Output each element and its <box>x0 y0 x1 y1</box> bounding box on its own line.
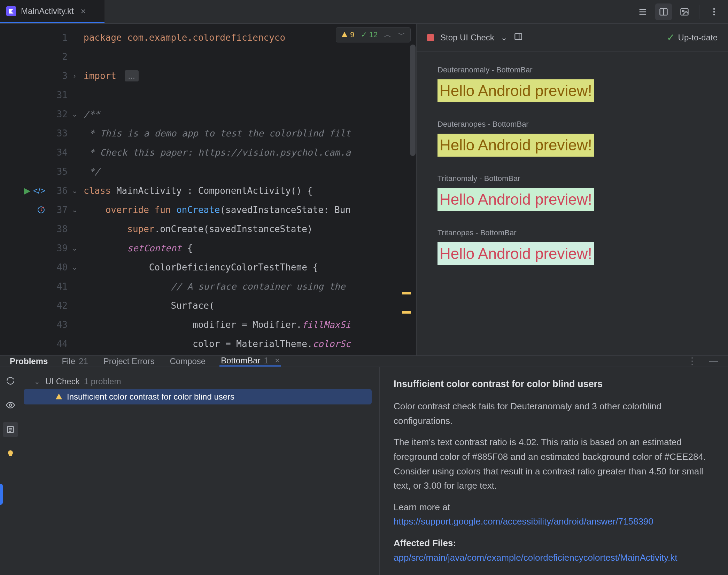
refresh-icon[interactable] <box>3 373 18 388</box>
passes-count[interactable]: ✓12 <box>361 30 378 39</box>
problems-title: Problems <box>10 356 48 366</box>
detail-heading: Insufficient color contrast for color bl… <box>394 377 714 392</box>
preview-label: Deuteranomaly - BottomBar <box>437 65 707 74</box>
file-tab-label: MainActivity.kt <box>21 6 74 16</box>
preview-deuteranomaly: Deuteranomaly - BottomBar Hello Android … <box>437 65 707 102</box>
minimize-icon[interactable]: — <box>709 356 718 367</box>
preview-tritanopes: Tritanopes - BottomBar Hello Android pre… <box>437 228 707 265</box>
gutter: 1 2 3› 31 32⌄ 33 34 35 ▶ </> 36⌄ 37⌄ 38 … <box>0 24 84 355</box>
problems-tab-bottombar[interactable]: BottomBar 1 × <box>219 356 281 367</box>
editor-tab-bar: MainActivity.kt × <box>0 0 728 24</box>
svg-point-4 <box>713 11 715 13</box>
editor-scrollbar[interactable] <box>410 45 416 156</box>
problems-panel: Problems File 21 Project Errors Compose … <box>0 355 728 575</box>
fold-icon[interactable]: ⌄ <box>71 244 78 252</box>
preview-sample: Hello Android preview! <box>437 134 594 157</box>
list-view-icon[interactable] <box>634 3 651 20</box>
split-view-icon[interactable] <box>655 3 672 20</box>
eye-icon[interactable] <box>3 397 18 413</box>
details-icon[interactable] <box>3 422 18 437</box>
code-area[interactable]: 1 2 3› 31 32⌄ 33 34 35 ▶ </> 36⌄ 37⌄ 38 … <box>0 24 416 355</box>
inlay-marker <box>402 311 411 314</box>
detail-learn-more: Learn more at https://support.google.com… <box>394 500 714 529</box>
code-editor[interactable]: 9 ✓12 ︿ ﹀ 1 2 3› 31 32⌄ 33 34 35 ▶ </> 3 <box>0 24 416 355</box>
problem-detail[interactable]: Insufficient color contrast for color bl… <box>380 367 728 575</box>
image-view-icon[interactable] <box>676 3 693 20</box>
problems-tree[interactable]: ⌄ UI Check 1 problem Insufficient color … <box>21 367 380 575</box>
affected-files: Affected Files: app/src/main/java/com/ex… <box>394 536 714 565</box>
chevron-down-icon[interactable]: ⌄ <box>501 33 508 42</box>
preview-label: Tritanopes - BottomBar <box>437 228 707 237</box>
active-tool-accent <box>0 484 3 505</box>
preview-sample: Hello Android preview! <box>437 79 594 102</box>
fold-icon[interactable]: ⌄ <box>71 206 78 214</box>
prev-highlight-icon[interactable]: ︿ <box>384 30 392 40</box>
next-highlight-icon[interactable]: ﹀ <box>398 30 405 40</box>
main-split: 9 ✓12 ︿ ﹀ 1 2 3› 31 32⌄ 33 34 35 ▶ </> 3 <box>0 24 728 355</box>
preview-sample: Hello Android preview! <box>437 242 594 265</box>
override-gutter-icon[interactable] <box>37 206 45 214</box>
preview-sample: Hello Android preview! <box>437 188 594 211</box>
compose-preview-panel: Stop UI Check ⌄ ✓ Up-to-date Deuteranoma… <box>416 24 728 355</box>
preview-body[interactable]: Deuteranomaly - BottomBar Hello Android … <box>417 52 728 355</box>
more-options-icon[interactable]: ⋮ <box>688 356 697 367</box>
svg-rect-7 <box>515 33 522 39</box>
preview-status: ✓ Up-to-date <box>667 32 718 43</box>
svg-point-2 <box>682 10 684 12</box>
close-tab-icon[interactable]: × <box>275 356 280 365</box>
fold-icon[interactable]: ⌄ <box>71 263 78 271</box>
separator <box>699 5 699 19</box>
stop-icon[interactable] <box>427 34 434 41</box>
check-icon: ✓ <box>667 32 675 43</box>
stop-ui-check-label[interactable]: Stop UI Check <box>440 33 494 42</box>
detail-paragraph: The item's text contrast ratio is 4.02. … <box>394 435 714 493</box>
preview-label: Deuteranopes - BottomBar <box>437 120 707 129</box>
file-tab-mainactivity[interactable]: MainActivity.kt × <box>0 0 104 23</box>
kotlin-file-icon <box>6 6 16 16</box>
inlay-marker <box>402 292 411 294</box>
warnings-count[interactable]: 9 <box>341 30 354 39</box>
problems-tab-compose[interactable]: Compose <box>168 356 207 367</box>
preview-label: Tritanomaly - BottomBar <box>437 174 707 183</box>
preview-header: Stop UI Check ⌄ ✓ Up-to-date <box>417 24 728 52</box>
tag-gutter-icon[interactable]: </> <box>33 186 45 196</box>
close-tab-icon[interactable]: × <box>81 7 86 16</box>
tree-item-contrast-warning[interactable]: Insufficient color contrast for color bl… <box>24 389 372 404</box>
problems-tab-file[interactable]: File 21 <box>60 356 89 367</box>
code-column[interactable]: package com.example.colordeficiencyco im… <box>84 24 416 355</box>
preview-tritanomaly: Tritanomaly - BottomBar Hello Android pr… <box>437 174 707 211</box>
problems-header: Problems File 21 Project Errors Compose … <box>0 356 728 367</box>
warning-icon <box>55 393 63 401</box>
problems-sidebar <box>0 367 21 575</box>
svg-point-8 <box>9 404 12 407</box>
detail-paragraph: Color contrast check fails for Deuterano… <box>394 399 714 428</box>
affected-file-link[interactable]: app/src/main/java/com/example/colordefic… <box>394 552 677 563</box>
more-options-icon[interactable] <box>706 3 722 20</box>
fold-icon[interactable]: ⌄ <box>71 187 78 195</box>
svg-point-5 <box>713 14 715 15</box>
run-gutter-icon[interactable]: ▶ <box>24 186 30 196</box>
preview-deuteranopes: Deuteranopes - BottomBar Hello Android p… <box>437 120 707 157</box>
problems-tab-project-errors[interactable]: Project Errors <box>102 356 156 367</box>
folded-region[interactable]: ... <box>125 70 139 81</box>
svg-point-3 <box>713 8 715 10</box>
learn-more-link[interactable]: https://support.google.com/accessibility… <box>394 516 653 527</box>
fold-icon[interactable]: › <box>71 72 78 80</box>
editor-toolbar <box>629 0 728 23</box>
tree-group-uicheck[interactable]: ⌄ UI Check 1 problem <box>24 374 372 389</box>
inspection-badge[interactable]: 9 ✓12 ︿ ﹀ <box>336 27 411 42</box>
fold-icon[interactable]: ⌄ <box>71 110 78 118</box>
problems-body: ⌄ UI Check 1 problem Insufficient color … <box>0 367 728 575</box>
lightbulb-icon[interactable] <box>3 446 18 462</box>
layout-icon[interactable] <box>514 32 523 43</box>
